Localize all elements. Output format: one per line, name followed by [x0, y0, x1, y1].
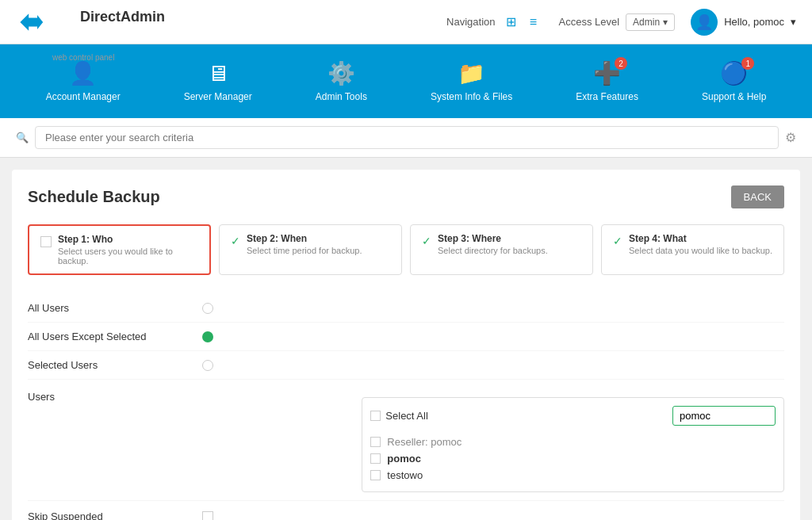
user-name-text-2: testowo [387, 469, 423, 481]
nav-label-extra-features: Extra Features [576, 91, 638, 102]
search-user-input[interactable] [672, 406, 776, 426]
user-name-text-1: pomoc [387, 453, 421, 465]
header: DirectAdmin web control panel Navigation… [0, 0, 812, 44]
step-box-step1 [40, 236, 52, 247]
list-item: Reseller: pomoc [370, 434, 776, 450]
logo-icon [16, 8, 44, 36]
badge-support-help: 1 [741, 57, 754, 70]
access-level-label: Access Level [559, 16, 620, 28]
users-section: Select All Reseller: pomoc pomoc testowo [362, 397, 784, 492]
all-users-row: All Users [28, 294, 784, 323]
nav-item-server-manager[interactable]: 🖥 Server Manager [152, 52, 284, 110]
nav-label-account-manager: Account Manager [46, 91, 121, 102]
step-title-step2: Step 2: When [247, 233, 362, 244]
access-value: Admin [633, 17, 660, 28]
select-all-label: Select All [385, 410, 427, 422]
all-except-label: All Users Except Selected [28, 331, 202, 342]
user-greeting: Hello, pomoc [724, 16, 784, 28]
search-bar: 🔍 ⚙ [0, 118, 812, 158]
list-item: testowo [370, 467, 776, 484]
list-item: pomoc [370, 450, 776, 467]
selected-users-label: Selected Users [28, 359, 202, 371]
nav-icon-server-manager: 🖥 [207, 60, 229, 86]
badge-extra-features: 2 [615, 57, 627, 70]
step-step2[interactable]: ✓ Step 2: When Select time period for ba… [219, 224, 402, 275]
selected-users-row: Selected Users [28, 351, 784, 380]
step-desc-step3: Select directory for backups. [438, 246, 548, 255]
nav-bar: 👤 Account Manager 🖥 Server Manager ⚙️ Ad… [0, 44, 812, 118]
svg-marker-0 [20, 13, 43, 31]
all-users-radio[interactable] [202, 303, 213, 314]
user-checkbox-0[interactable] [370, 437, 381, 447]
user-section[interactable]: 👤 Hello, pomoc ▾ [691, 9, 796, 36]
page-header: Schedule Backup BACK [28, 185, 784, 208]
steps-container: Step 1: Who Select users you would like … [28, 224, 784, 275]
navigation-section: Navigation ⊞ ≡ [446, 13, 542, 32]
nav-item-support-help[interactable]: 🔵1 Support & Help [670, 52, 798, 110]
users-list: Reseller: pomoc pomoc testowo [370, 434, 776, 484]
nav-icon-system-info: 📁 [458, 60, 485, 86]
page-title: Schedule Backup [28, 188, 160, 206]
access-level-section: Access Level Admin ▾ [559, 13, 676, 31]
step-check-step4: ✓ [613, 235, 622, 247]
nav-item-system-info[interactable]: 📁 System Info & Files [399, 52, 544, 110]
all-users-label: All Users [28, 302, 202, 314]
nav-label-admin-tools: Admin Tools [316, 91, 367, 102]
nav-icon-support-help: 🔵1 [720, 60, 748, 86]
step-step1[interactable]: Step 1: Who Select users you would like … [28, 224, 211, 275]
chevron-down-icon: ▾ [663, 17, 668, 28]
step-title-step4: Step 4: What [629, 233, 772, 244]
step-desc-step1: Select users you would like to backup. [58, 247, 198, 266]
access-dropdown[interactable]: Admin ▾ [626, 13, 675, 31]
avatar: 👤 [691, 9, 718, 36]
users-label: Users [28, 391, 187, 403]
nav-icon-account-manager: 👤 [69, 60, 97, 86]
user-chevron-icon: ▾ [791, 16, 796, 28]
grid-icon[interactable]: ⊞ [502, 13, 521, 32]
gear-icon[interactable]: ⚙ [785, 130, 796, 145]
back-button[interactable]: BACK [731, 185, 784, 208]
header-right: Navigation ⊞ ≡ Access Level Admin ▾ 👤 He… [446, 9, 796, 36]
step-step4[interactable]: ✓ Step 4: What Select data you would lik… [601, 224, 784, 275]
users-header: Select All [370, 406, 776, 426]
step-title-step3: Step 3: Where [438, 233, 548, 244]
selected-users-radio[interactable] [202, 360, 213, 371]
select-all-row: Select All [370, 410, 427, 422]
skip-suspended-checkbox[interactable] [202, 511, 213, 521]
nav-icons: ⊞ ≡ [502, 13, 543, 32]
step-step3[interactable]: ✓ Step 3: Where Select directory for bac… [410, 224, 593, 275]
skip-suspended-label: Skip Suspended [28, 510, 202, 520]
nav-icon-admin-tools: ⚙️ [327, 60, 355, 86]
main-content: Schedule Backup BACK Step 1: Who Select … [12, 170, 800, 520]
nav-label-server-manager: Server Manager [184, 91, 252, 102]
nav-item-extra-features[interactable]: ➕2 Extra Features [544, 52, 670, 110]
all-except-radio[interactable] [202, 331, 213, 342]
nav-icon-extra-features: ➕2 [593, 60, 621, 86]
reseller-label-0: Reseller: pomoc [387, 436, 462, 448]
nav-label-support-help: Support & Help [702, 91, 766, 102]
user-checkbox-2[interactable] [370, 470, 381, 480]
skip-suspended-row: Skip Suspended [28, 501, 784, 520]
step-desc-step2: Select time period for backup. [247, 246, 362, 255]
select-all-checkbox[interactable] [370, 411, 381, 421]
step-check-step3: ✓ [422, 235, 431, 247]
logo-main: DirectAdmin [64, 0, 181, 41]
nav-item-admin-tools[interactable]: ⚙️ Admin Tools [284, 52, 399, 110]
nav-label-system-info: System Info & Files [431, 91, 512, 102]
search-input[interactable] [35, 126, 779, 149]
users-row: Users Select All Reseller: pomoc pomoc t… [28, 380, 784, 501]
step-desc-step4: Select data you would like to backup. [629, 246, 772, 255]
navigation-label: Navigation [446, 16, 495, 28]
all-except-row: All Users Except Selected [28, 323, 784, 351]
search-icon: 🔍 [16, 132, 29, 143]
step-title-step1: Step 1: Who [58, 234, 198, 245]
step-check-step2: ✓ [231, 235, 240, 247]
list-icon[interactable]: ≡ [524, 13, 543, 32]
nav-item-account-manager[interactable]: 👤 Account Manager [14, 52, 152, 110]
user-checkbox-1[interactable] [370, 453, 381, 464]
